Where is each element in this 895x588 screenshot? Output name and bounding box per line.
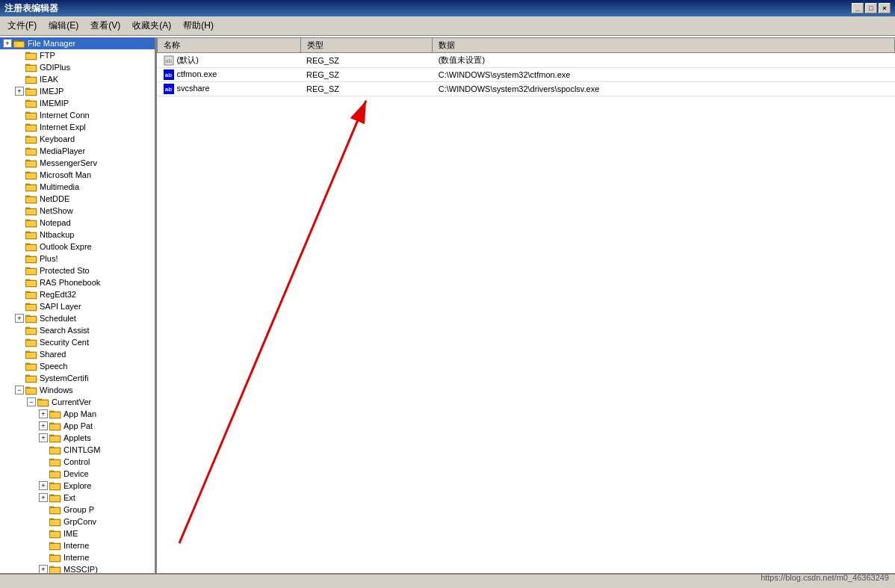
tree-item[interactable]: IMEMIP	[0, 97, 155, 109]
expand-placeholder	[39, 469, 48, 478]
tree-item[interactable]: + IMEJP	[0, 85, 155, 97]
tree-item[interactable]: RegEdt32	[0, 288, 155, 300]
tree-item[interactable]: RAS Phonebook	[0, 276, 155, 288]
tree-item[interactable]: Outlook Expre	[0, 241, 155, 253]
svg-rect-1	[13, 40, 18, 42]
table-row[interactable]: ab (默认)REG_SZ(数值未设置)	[158, 53, 895, 68]
col-type[interactable]: 类型	[300, 38, 433, 53]
svg-rect-125	[50, 532, 60, 537]
menu-help[interactable]: 帮助(H)	[179, 18, 218, 34]
tree-item[interactable]: NetDDE	[0, 193, 155, 205]
svg-rect-49	[25, 232, 30, 233]
tree-item[interactable]: NetShow	[0, 205, 155, 217]
tree-item[interactable]: − CurrentVer	[0, 396, 155, 408]
menu-view[interactable]: 查看(V)	[86, 18, 125, 34]
folder-icon	[49, 445, 61, 455]
tree-item[interactable]: + App Man	[0, 408, 155, 420]
expand-button[interactable]: +	[39, 493, 48, 502]
folder-icon	[49, 504, 61, 515]
tree-item[interactable]: Speech	[0, 360, 155, 372]
tree-item[interactable]: Interne	[0, 539, 155, 551]
svg-rect-17	[26, 102, 36, 107]
tree-item[interactable]: Group P	[0, 504, 155, 516]
tree-item[interactable]: − Windows	[0, 384, 155, 396]
minimize-button[interactable]: _	[852, 3, 864, 13]
tree-item[interactable]: Microsoft Man	[0, 169, 155, 181]
cell-name: abctfmon.exe	[158, 68, 301, 82]
tree-item[interactable]: SystemCertifi	[0, 372, 155, 384]
svg-rect-10	[25, 76, 30, 78]
tree-item[interactable]: Security Cent	[0, 336, 155, 348]
tree-item[interactable]: Keyboard	[0, 133, 155, 145]
tree-item[interactable]: Internet Expl	[0, 121, 155, 133]
cell-type: REG_SZ	[300, 82, 433, 96]
svg-rect-94	[49, 411, 54, 412]
tree-item[interactable]: + Schedulet	[0, 312, 155, 324]
expand-placeholder	[15, 194, 24, 203]
close-button[interactable]: ×	[879, 3, 891, 13]
tree-item[interactable]: + MSSCIP)	[0, 563, 155, 573]
tree-item[interactable]: FTP	[0, 49, 155, 61]
menu-edit[interactable]: 编辑(E)	[44, 18, 83, 34]
svg-rect-16	[25, 100, 30, 102]
tree-item[interactable]: MediaPlayer	[0, 145, 155, 157]
tree-item[interactable]: IEAK	[0, 73, 155, 85]
tree-item[interactable]: GDIPlus	[0, 61, 155, 73]
tree-item[interactable]: Ntbackup	[0, 229, 155, 241]
tree-item[interactable]: Shared	[0, 348, 155, 360]
tree-item[interactable]: IME	[0, 527, 155, 539]
tree-item[interactable]: Protected Sto	[0, 264, 155, 276]
tree-item[interactable]: Device	[0, 468, 155, 480]
tree-item-label: Interne	[64, 553, 89, 562]
expand-button[interactable]: +	[39, 433, 48, 442]
left-panel[interactable]: + File Manager FTP GDIPlus IEAK+ IMEJP I…	[0, 37, 157, 573]
expand-button[interactable]: +	[3, 39, 12, 48]
svg-rect-70	[25, 315, 30, 317]
menu-favorites[interactable]: 收藏夹(A)	[128, 18, 176, 34]
svg-rect-44	[26, 209, 36, 214]
tree-item[interactable]: Plus!	[0, 253, 155, 264]
col-name[interactable]: 名称	[158, 38, 301, 53]
tree-item[interactable]: Interne	[0, 551, 155, 563]
tree-item[interactable]: SAPI Layer	[0, 300, 155, 312]
expand-button[interactable]: −	[27, 397, 36, 406]
expand-button[interactable]: +	[39, 481, 48, 490]
tree-item[interactable]: MessengerServ	[0, 157, 155, 169]
tree-item[interactable]: Multimedia	[0, 181, 155, 193]
tree-item-label: Device	[64, 469, 89, 478]
expand-placeholder	[15, 302, 24, 311]
tree-item[interactable]: + File Manager	[0, 37, 155, 49]
tree-item[interactable]: + Explore	[0, 480, 155, 492]
menu-file[interactable]: 文件(F)	[3, 18, 41, 34]
tree-item[interactable]: + App Pat	[0, 420, 155, 432]
svg-rect-37	[25, 184, 30, 185]
svg-rect-82	[25, 363, 30, 365]
table-row[interactable]: absvcshareREG_SZC:\WINDOWS\system32\driv…	[158, 82, 895, 96]
tree-item[interactable]: Search Assist	[0, 324, 155, 336]
expand-placeholder	[39, 457, 48, 466]
expand-placeholder	[15, 266, 24, 275]
folder-icon	[49, 516, 61, 527]
tree-item[interactable]: GrpConv	[0, 516, 155, 527]
tree-item[interactable]: Internet Conn	[0, 109, 155, 121]
tree-item[interactable]: CINTLGM	[0, 444, 155, 456]
tree-item[interactable]: + Applets	[0, 432, 155, 444]
expand-button[interactable]: +	[39, 565, 48, 573]
tree-item[interactable]: Control	[0, 456, 155, 468]
folder-icon	[25, 253, 37, 264]
expand-button[interactable]: +	[15, 87, 24, 96]
tree-item[interactable]: + Ext	[0, 492, 155, 504]
watermark: https://blog.csdn.net/m0_46363249	[761, 573, 889, 582]
table-row[interactable]: abctfmon.exeREG_SZC:\WINDOWS\system32\ct…	[158, 68, 895, 82]
col-data[interactable]: 数据	[433, 38, 895, 53]
expand-button[interactable]: +	[39, 409, 48, 418]
maximize-button[interactable]: □	[865, 3, 877, 13]
expand-button[interactable]: +	[39, 421, 48, 430]
svg-rect-35	[26, 173, 36, 179]
folder-icon	[25, 361, 37, 371]
expand-button[interactable]: +	[15, 314, 24, 323]
expand-button[interactable]: −	[15, 386, 24, 394]
tree-item[interactable]: Notepad	[0, 217, 155, 229]
folder-icon	[49, 409, 61, 419]
expand-placeholder	[39, 517, 48, 526]
